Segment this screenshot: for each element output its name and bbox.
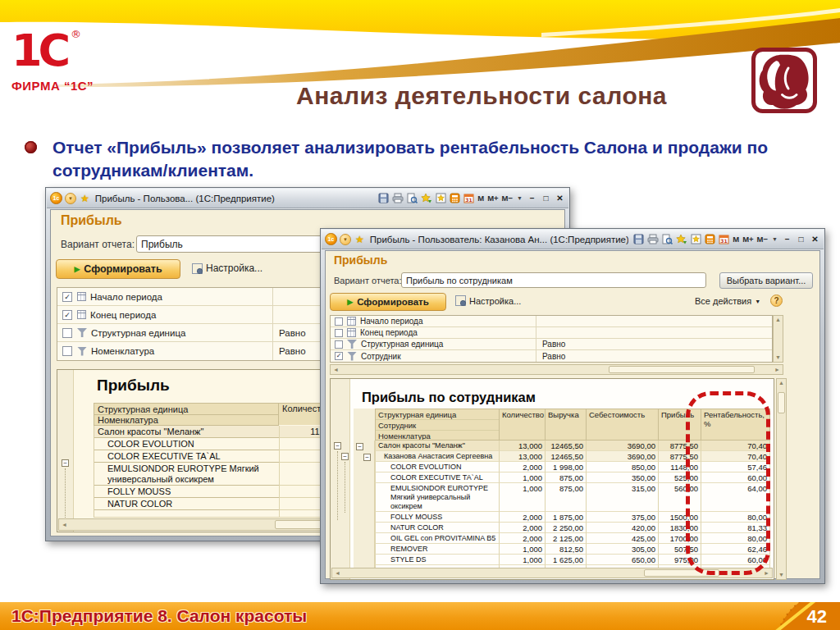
report-row[interactable]: COLOR EVOLUTION	[94, 438, 341, 450]
col-nomenclature: Номенклатура	[376, 431, 499, 441]
preview-icon[interactable]	[662, 234, 673, 244]
calendar-field-icon	[77, 292, 86, 301]
memory-plus-button[interactable]: М+	[742, 235, 753, 244]
tree-expander-icon[interactable]: −	[62, 459, 69, 467]
report-vertical-scrollbar[interactable]: ▲ ▼	[776, 378, 787, 580]
win1-titlebar[interactable]: 1с ▼ ★ Прибыль - Пользова... (1С:Предпри…	[47, 189, 568, 208]
tree-gutter-cell	[354, 544, 375, 555]
scroll-down-icon[interactable]: ▼	[773, 354, 783, 362]
generate-button[interactable]: ▶ Сформировать	[56, 259, 180, 279]
tree-line	[345, 462, 345, 513]
app-dropdown-icon[interactable]: ▼	[340, 234, 351, 245]
report-row[interactable]: NATUR COLOR	[94, 498, 341, 510]
filter-row[interactable]: Начало периода	[331, 316, 772, 327]
scroll-left-icon[interactable]: ◄	[332, 569, 343, 578]
print-icon[interactable]	[392, 193, 404, 203]
memory-minus-button[interactable]: М−	[502, 194, 513, 203]
scroll-up-icon[interactable]: ▲	[773, 316, 783, 324]
print-icon[interactable]	[647, 234, 659, 244]
filter-row[interactable]: Конец периода	[331, 327, 772, 339]
report-row[interactable]: EMULSIONDOR EUROTYPE Мягкий универсальны…	[94, 463, 341, 486]
add-favorite-icon[interactable]	[676, 234, 687, 244]
report-row	[94, 510, 341, 518]
tree-gutter-cell	[354, 533, 375, 544]
maximize-button[interactable]: □	[541, 194, 551, 203]
calculator-icon[interactable]	[450, 193, 460, 203]
app-menu-icon[interactable]: 1с	[50, 192, 62, 204]
report-title: Прибыль	[97, 377, 170, 395]
scroll-right-icon[interactable]: ►	[761, 569, 772, 578]
calendar-icon[interactable]: 31	[719, 234, 729, 244]
tree-expander-icon[interactable]: −	[363, 454, 371, 461]
settings-icon	[455, 295, 466, 306]
variant-input[interactable]	[401, 272, 706, 288]
funnel-icon	[77, 347, 87, 356]
filter-checkbox[interactable]: ✓	[62, 310, 72, 320]
filter-label: Сотрудник	[361, 352, 401, 361]
filter-checkbox[interactable]	[335, 329, 343, 337]
scroll-track[interactable]	[341, 365, 772, 374]
filter-checkbox[interactable]	[335, 317, 343, 326]
scroll-down-icon[interactable]: ▼	[776, 571, 787, 579]
memory-minus-button[interactable]: М−	[757, 235, 768, 244]
scroll-thumb[interactable]	[778, 392, 785, 413]
app-menu-icon[interactable]: 1с	[325, 233, 337, 245]
all-actions-button[interactable]: Все действия ▼	[695, 296, 760, 306]
report-row[interactable]: Салон красоты "Меланж"11,000	[94, 426, 341, 438]
settings-button[interactable]: Настройка...	[192, 262, 262, 274]
report-row[interactable]: FOLLY MOUSS	[94, 486, 341, 498]
add-favorite-icon[interactable]	[421, 193, 432, 203]
filter-row[interactable]: Структурная единицаРавно	[331, 339, 772, 350]
registered-mark: ®	[71, 28, 81, 40]
tree-expander-icon[interactable]: −	[356, 443, 363, 450]
preview-icon[interactable]	[407, 193, 418, 203]
maximize-button[interactable]: □	[796, 235, 806, 244]
save-icon[interactable]	[633, 234, 644, 244]
save-icon[interactable]	[378, 193, 389, 203]
cell-name: NATUR COLOR	[375, 523, 500, 533]
scroll-left-icon[interactable]: ◄	[331, 366, 341, 374]
settings-button[interactable]: Настройка...	[455, 295, 521, 306]
minimize-button[interactable]: –	[782, 235, 792, 244]
filter-checkbox[interactable]	[62, 346, 72, 356]
filter-condition: Равно	[272, 324, 306, 341]
app-dropdown-icon[interactable]: ▼	[65, 193, 76, 204]
memory-plus-button[interactable]: М+	[487, 194, 498, 203]
report-row[interactable]: COLOR EXECUTIVE TA`AL	[94, 450, 341, 463]
tree-expander-icon[interactable]: −	[334, 442, 341, 450]
filter-horizontal-scrollbar[interactable]: ◄ ►	[330, 364, 783, 375]
filter-vertical-scrollbar[interactable]: ▲ ▼	[773, 315, 783, 363]
choose-variant-button[interactable]: Выбрать вариант...	[719, 272, 813, 289]
scroll-right-icon[interactable]: ►	[772, 366, 783, 374]
scroll-up-icon[interactable]: ▲	[776, 379, 787, 387]
favorite-star-icon[interactable]: ★	[355, 234, 364, 245]
cell-revenue: 2 250,00	[546, 523, 587, 533]
calculator-icon[interactable]	[705, 234, 715, 244]
win2-titlebar[interactable]: 1с ▼ ★ Прибыль - Пользователь: Казанова …	[322, 230, 824, 249]
close-button[interactable]: ✕	[810, 235, 820, 244]
more-icons-chevron[interactable]: ▼	[772, 236, 778, 242]
favorite-star-icon[interactable]: ★	[80, 193, 89, 204]
tree-expander-icon[interactable]: −	[341, 453, 349, 460]
filter-checkbox[interactable]: ✓	[335, 352, 343, 360]
filter-checkbox[interactable]	[62, 328, 72, 338]
filter-checkbox[interactable]	[335, 340, 343, 349]
scroll-left-icon[interactable]: ◄	[59, 521, 70, 529]
filter-checkbox[interactable]: ✓	[62, 292, 72, 302]
close-button[interactable]: ✕	[555, 194, 565, 203]
scroll-thumb[interactable]	[609, 366, 756, 373]
rentability-highlight	[686, 391, 770, 575]
favorites-icon[interactable]	[436, 193, 446, 203]
tree-gutter-cell	[354, 555, 375, 565]
memory-button[interactable]: М	[733, 235, 739, 244]
play-icon: ▶	[74, 265, 80, 273]
help-button[interactable]: ?	[770, 294, 783, 307]
calendar-icon[interactable]: 31	[463, 193, 474, 203]
tree-gutter-cell	[354, 523, 375, 533]
memory-button[interactable]: М	[477, 194, 484, 203]
favorites-icon[interactable]	[691, 234, 701, 244]
generate-button[interactable]: ▶ Сформировать	[330, 293, 446, 311]
more-icons-chevron[interactable]: ▼	[517, 195, 523, 201]
minimize-button[interactable]: –	[527, 194, 537, 203]
filter-row[interactable]: ✓СотрудникРавно	[331, 350, 772, 362]
